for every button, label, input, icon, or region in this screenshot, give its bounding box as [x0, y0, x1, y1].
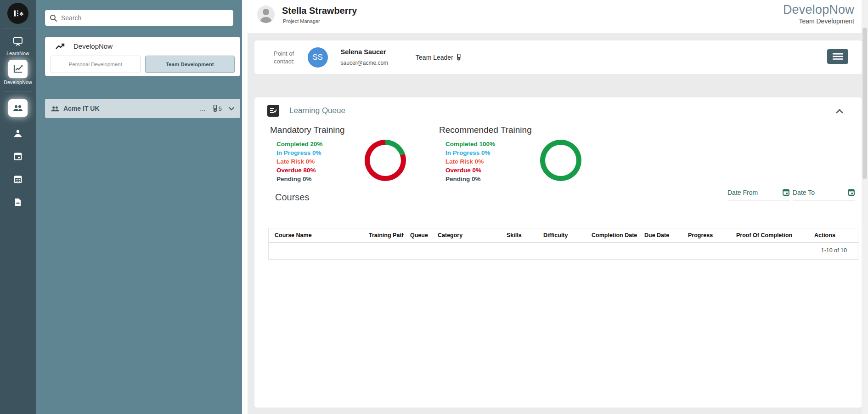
training-stats-list: Completed 100%In Progress 0%Late Risk 0%… — [439, 140, 524, 183]
sidebar-tool-calendar-month[interactable] — [0, 175, 36, 186]
search-input[interactable] — [61, 14, 229, 22]
page-scrollbar[interactable] — [862, 0, 868, 414]
table-header-row: Course NameTraining PathQueueCategorySki… — [269, 228, 859, 243]
contact-role: Team Leader ★ — [416, 54, 462, 61]
main-content: Stella Strawberry Project Manager Develo… — [248, 0, 868, 414]
input-underline — [793, 200, 855, 200]
mandatory-training-panel: Mandatory Training Completed 20%In Progr… — [270, 125, 406, 183]
trending-up-icon — [55, 43, 65, 50]
panel-title: Mandatory Training — [270, 125, 349, 135]
column-header: Difficulty — [537, 228, 586, 243]
medal-count-value: 5 — [219, 105, 222, 112]
sidebar-tool-document[interactable] — [0, 198, 36, 209]
svg-text:✻: ✻ — [19, 11, 23, 17]
brand-name: DevelopNow — [783, 3, 854, 17]
learning-queue-title: Learning Queue — [289, 106, 345, 115]
date-to-field[interactable]: Date To — [793, 188, 855, 200]
team-item-menu-button[interactable]: ... — [199, 105, 206, 112]
svg-text:★: ★ — [214, 109, 216, 112]
hamburger-icon — [833, 53, 843, 60]
sidebar-divider — [4, 91, 32, 92]
mandatory-donut-chart — [365, 140, 406, 181]
developnow-card: DevelopNow Personal Development Team Dev… — [45, 37, 240, 76]
training-stat: Completed 20% — [270, 140, 349, 148]
point-of-contact-card: Point ofcontact: SS Selena Saucer saucer… — [254, 40, 862, 74]
recommended-training-panel: Recommended Training Completed 100%In Pr… — [439, 125, 581, 183]
sidebar-item-label: LearnNow — [0, 51, 36, 56]
document-icon — [14, 198, 22, 207]
calendar-icon[interactable] — [847, 188, 855, 196]
column-header: Actions — [808, 228, 859, 243]
training-stat: Pending 0% — [270, 175, 349, 183]
user-avatar — [257, 6, 275, 23]
panel-title: Recommended Training — [439, 125, 524, 135]
medal-icon: ★ — [456, 54, 462, 61]
sidebar-item-learnnow[interactable]: LearnNow — [0, 34, 36, 56]
pagination-label: 1-10 of 10 — [269, 243, 858, 259]
column-header: Due Date — [638, 228, 682, 243]
team-item-acme-it-uk[interactable]: Acme IT UK ... ★ 5 — [45, 99, 240, 118]
collapse-section-button[interactable] — [835, 108, 844, 116]
search-icon — [50, 14, 57, 22]
training-stat: Late Risk 0% — [270, 157, 349, 166]
presentation-icon — [9, 34, 27, 49]
courses-title: Courses — [275, 192, 309, 203]
app-logo[interactable]: ✻ — [7, 3, 28, 24]
sidebar-item-developnow[interactable]: DevelopNow — [0, 60, 36, 85]
user-icon — [13, 129, 23, 138]
column-header: Course Name — [269, 228, 363, 243]
calendar-month-icon — [13, 175, 23, 184]
column-header: Skills — [501, 228, 537, 243]
sidebar-tool-teams[interactable] — [0, 99, 36, 117]
team-navigation-panel: DevelopNow Personal Development Team Dev… — [36, 0, 248, 414]
sidebar-divider — [4, 28, 32, 29]
active-item-box — [8, 60, 28, 78]
date-from-field[interactable]: Date From — [727, 188, 790, 200]
input-underline — [727, 200, 790, 200]
people-icon — [12, 104, 23, 112]
medal-icon: ★ — [212, 105, 218, 113]
column-header: Queue — [404, 228, 432, 243]
training-stats-list: Completed 20%In Progress 0%Late Risk 0%O… — [270, 140, 349, 183]
main-header: Stella Strawberry Project Manager Develo… — [248, 0, 868, 33]
logo-glyph-icon: ✻ — [12, 7, 24, 19]
recommended-donut-chart — [540, 140, 581, 181]
training-stat: In Progress 0% — [439, 148, 524, 157]
training-stat: Late Risk 0% — [439, 157, 524, 166]
chevron-down-icon[interactable] — [228, 107, 235, 111]
scrollbar-thumb[interactable] — [862, 28, 867, 179]
calendar-icon[interactable] — [782, 188, 790, 196]
calendar-day-icon — [13, 152, 23, 161]
sidebar-tool-calendar-day[interactable] — [0, 152, 36, 163]
date-from-label: Date From — [727, 189, 758, 196]
training-stat: Overdue 80% — [270, 166, 349, 175]
product-title: DevelopNow — [73, 42, 113, 50]
training-stat: Pending 0% — [439, 175, 524, 183]
poc-label: Point ofcontact: — [274, 50, 295, 65]
sidebar-item-label: DevelopNow — [0, 79, 36, 85]
sidebar-tool-user[interactable] — [0, 129, 36, 140]
context-menu-button[interactable] — [827, 49, 848, 64]
user-role: Project Manager — [283, 18, 357, 24]
learning-queue-card: Learning Queue Mandatory Training Comple… — [254, 97, 862, 408]
active-tool-box — [8, 99, 28, 117]
search-box[interactable] — [45, 10, 233, 26]
contact-email[interactable]: saucer@acme.com — [341, 60, 389, 66]
learning-queue-icon — [267, 105, 279, 117]
team-item-label: Acme IT UK — [63, 105, 100, 112]
app-sidebar: ✻ LearnNow DevelopNow — [0, 0, 36, 414]
team-medal-count: ★ 5 — [212, 105, 222, 113]
column-header: Progress — [682, 228, 730, 243]
brand-subtitle: Team Development — [783, 17, 854, 25]
people-icon — [51, 105, 60, 112]
column-header: Completion Date — [586, 228, 638, 243]
person-silhouette-icon — [257, 6, 275, 23]
tab-team-development[interactable]: Team Development — [145, 56, 235, 73]
contact-avatar[interactable]: SS — [308, 47, 328, 68]
tab-personal-development[interactable]: Personal Development — [51, 56, 141, 73]
left-panel-scrollbar[interactable] — [242, 0, 248, 414]
contact-name: Selena Saucer — [341, 48, 389, 56]
svg-text:★: ★ — [458, 57, 460, 60]
column-header: Category — [432, 228, 501, 243]
training-stat: Overdue 0% — [439, 166, 524, 175]
